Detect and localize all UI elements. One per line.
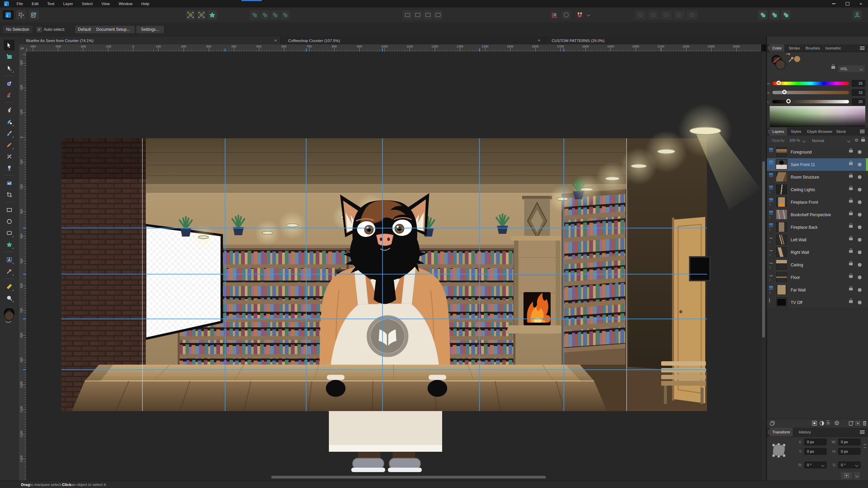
layer-visibility-dot[interactable] xyxy=(858,238,862,242)
guide-vertical[interactable] xyxy=(382,138,383,411)
guide-horizontal[interactable] xyxy=(61,369,707,370)
document-tab-3[interactable]: CUSTOM PATTERNS (29.0%)✕ xyxy=(544,37,800,44)
layer-lock-icon[interactable] xyxy=(849,288,853,290)
layer-visibility-dot[interactable] xyxy=(858,288,862,292)
y-field[interactable]: 0 px xyxy=(804,448,827,455)
menu-select[interactable]: Select xyxy=(77,0,97,7)
layer-thumbnail[interactable] xyxy=(776,297,787,307)
guide-horizontal[interactable] xyxy=(61,228,707,228)
tab-styles[interactable]: Styles xyxy=(788,127,804,136)
zoom-tool[interactable] xyxy=(4,292,15,303)
layer-expand-arrow[interactable]: › xyxy=(769,290,770,295)
layer-expand-arrow[interactable]: › xyxy=(769,202,770,207)
menu-help[interactable]: Help xyxy=(137,0,154,7)
layer-thumbnail[interactable] xyxy=(776,235,787,245)
layer-expand-arrow[interactable]: › xyxy=(769,240,770,245)
add-pixel-layer-icon[interactable] xyxy=(855,421,861,426)
pen-tool[interactable] xyxy=(4,105,15,116)
x-field[interactable]: 0 px xyxy=(804,439,827,445)
menu-text[interactable]: Text xyxy=(43,0,59,7)
guide-vertical[interactable] xyxy=(564,138,564,411)
layers-panel-menu-icon[interactable] xyxy=(860,130,865,130)
s-slider[interactable] xyxy=(772,91,849,94)
boolean-intersect-button[interactable] xyxy=(660,10,672,20)
snapping-magnet-button[interactable] xyxy=(575,10,585,20)
canvas-viewport[interactable] xyxy=(26,52,761,481)
align-center-button[interactable] xyxy=(413,10,422,20)
layer-row-fireplace-front[interactable]: › Fireplace Front xyxy=(767,196,868,209)
insert-on-top-button[interactable] xyxy=(781,10,791,20)
guide-vertical[interactable] xyxy=(225,138,225,411)
layer-lock-icon[interactable] xyxy=(849,238,853,240)
guide-vertical[interactable] xyxy=(306,138,307,411)
paint-brush-tool[interactable] xyxy=(4,128,15,139)
align-right-button[interactable] xyxy=(423,10,433,20)
tab-close-icon[interactable]: ✕ xyxy=(274,39,277,42)
guide-horizontal[interactable] xyxy=(61,319,707,319)
layer-visibility-dot[interactable] xyxy=(858,188,862,191)
color-dropper-icon[interactable] xyxy=(788,56,795,63)
layer-row-sam-front-11[interactable]: › Sam Front 11 xyxy=(767,158,868,171)
layer-thumbnail[interactable] xyxy=(776,159,787,169)
transform-anchor-widget[interactable] xyxy=(771,443,787,458)
layer-visibility-dot[interactable] xyxy=(858,276,862,279)
panel-grip[interactable] xyxy=(768,129,769,134)
layer-row-fireplace-back[interactable]: › Fireplace Back xyxy=(767,221,868,234)
gradient-tool[interactable] xyxy=(4,151,15,162)
insert-inside-button[interactable] xyxy=(770,10,779,20)
layer-lock-icon[interactable] xyxy=(849,175,853,178)
tab-glyph-browser[interactable]: Glyph Browser xyxy=(804,127,835,136)
layers-lock-icon[interactable] xyxy=(861,139,865,142)
layer-thumbnail[interactable] xyxy=(776,147,787,157)
artboard-tool[interactable] xyxy=(4,51,15,62)
move-to-back-button[interactable] xyxy=(250,10,259,20)
layer-expand-arrow[interactable]: › xyxy=(769,215,770,220)
r-field[interactable]: 0 ° xyxy=(804,462,827,468)
horizontal-scrollbar[interactable] xyxy=(271,476,546,479)
tab-isometric[interactable]: Isometric xyxy=(823,44,844,52)
vertical-ruler[interactable]: -300-200-1000100200300400500600700800900… xyxy=(19,52,26,481)
layer-visibility-dot[interactable] xyxy=(858,163,862,166)
layer-lock-icon[interactable] xyxy=(849,150,853,152)
layer-row-left-wall[interactable]: › Left Wall xyxy=(767,233,868,246)
point-transform-tool[interactable] xyxy=(4,78,15,89)
move-by-whole-pixels-button[interactable] xyxy=(186,10,195,20)
color-lock-icon[interactable] xyxy=(831,66,835,69)
layers-opacity-value[interactable]: 100 % xyxy=(789,138,800,142)
insert-behind-button[interactable] xyxy=(758,10,768,20)
rounded-rectangle-tool[interactable] xyxy=(4,227,15,238)
document-tab-2[interactable]: Coffeeshop Counter (107.5%)✕ xyxy=(281,37,544,44)
boolean-add-button[interactable] xyxy=(635,10,646,20)
delete-layer-icon[interactable] xyxy=(862,421,867,426)
ellipse-tool[interactable] xyxy=(4,216,15,227)
layer-expand-arrow[interactable]: › xyxy=(769,189,770,195)
layer-visibility-dot[interactable] xyxy=(858,301,862,304)
layer-expand-arrow[interactable]: › xyxy=(769,277,770,282)
layer-row-cieling[interactable]: › Cieling xyxy=(767,259,868,271)
force-pixel-alignment-button[interactable] xyxy=(197,10,206,20)
h-value[interactable]: 25 xyxy=(852,80,865,87)
l-slider[interactable] xyxy=(772,100,849,103)
mask-layer-icon[interactable] xyxy=(812,421,817,426)
rectangle-tool[interactable] xyxy=(4,204,15,215)
snap-to-shape-button[interactable] xyxy=(208,10,217,20)
slider-handle[interactable] xyxy=(786,99,791,103)
close-button[interactable]: ✕ xyxy=(855,0,867,7)
picked-color-swatch[interactable] xyxy=(794,56,800,62)
align-left-button[interactable] xyxy=(403,10,412,20)
tab-layers[interactable]: Layers xyxy=(770,127,787,136)
artistic-text-tool[interactable] xyxy=(4,254,15,265)
layer-row-tv-off[interactable]: › TV Off xyxy=(767,296,868,309)
layer-lock-icon[interactable] xyxy=(849,263,853,265)
contour-tool[interactable] xyxy=(4,89,15,100)
forward-one-button[interactable] xyxy=(270,10,280,20)
color-mode-dropdown[interactable]: HSL xyxy=(838,65,865,72)
export-persona-button[interactable] xyxy=(29,10,39,20)
menu-edit[interactable]: Edit xyxy=(27,0,43,7)
settings-button[interactable]: Settings... xyxy=(136,26,164,33)
layer-row-far-wall[interactable]: › Far Wall xyxy=(767,284,868,297)
h-field[interactable]: 0 px xyxy=(838,448,861,455)
tab-transform[interactable]: Transform xyxy=(770,428,793,436)
align-top-button[interactable] xyxy=(433,10,443,20)
transparency-tool[interactable] xyxy=(4,162,15,173)
